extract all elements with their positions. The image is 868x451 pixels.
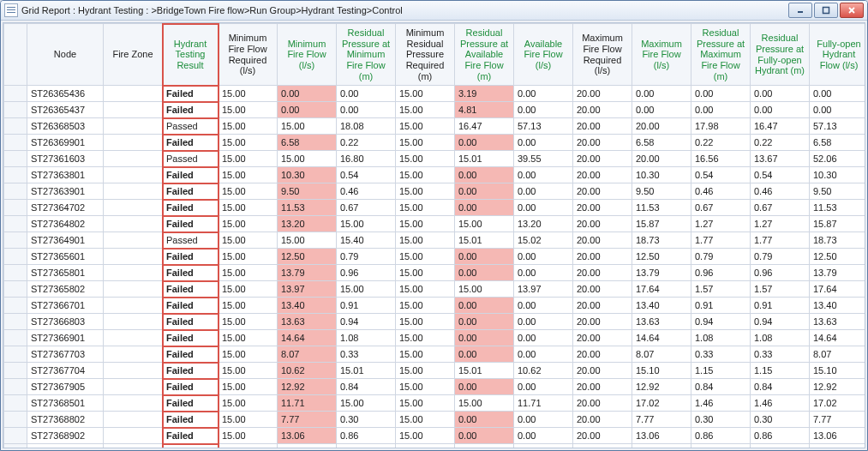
- cell-avail[interactable]: 0.00: [514, 135, 573, 151]
- cell-rpMax[interactable]: 0.96: [691, 265, 751, 281]
- cell-rpFull[interactable]: 0.79: [751, 249, 810, 265]
- cell-rpAvail[interactable]: 15.00: [455, 395, 514, 412]
- cell-minReq[interactable]: 15.00: [218, 232, 278, 249]
- cell-node[interactable]: ST27366803: [27, 314, 104, 330]
- row-selector[interactable]: [4, 298, 27, 314]
- cell-rpMax[interactable]: 1.15: [691, 363, 751, 379]
- cell-maxReq[interactable]: 20.00: [573, 281, 632, 298]
- cell-node[interactable]: ST27367703: [27, 346, 104, 363]
- cell-node[interactable]: ST27365801: [27, 265, 104, 281]
- cell-avail[interactable]: 15.02: [514, 232, 573, 249]
- cell-minResReq[interactable]: 15.00: [396, 444, 455, 448]
- cell-fullFlow[interactable]: 7.77: [810, 412, 866, 428]
- cell-rpMax[interactable]: 0.00: [691, 86, 751, 102]
- col-header-node[interactable]: Node: [27, 24, 104, 86]
- cell-result[interactable]: Failed: [163, 428, 218, 444]
- cell-node[interactable]: ST26365436: [27, 86, 104, 102]
- table-row[interactable]: ST27368802Failed15.007.770.3015.000.000.…: [4, 412, 866, 428]
- cell-minReq[interactable]: 15.00: [218, 314, 278, 330]
- cell-avail[interactable]: 0.00: [514, 314, 573, 330]
- cell-rpMax[interactable]: 0.00: [691, 102, 751, 118]
- grid-scroll-area[interactable]: NodeFire ZoneHydrant Testing ResultMinim…: [3, 22, 865, 448]
- cell-rpFull[interactable]: 0.00: [751, 86, 810, 102]
- cell-maxFlow[interactable]: 7.77: [632, 412, 691, 428]
- cell-rpFull[interactable]: 0.46: [751, 183, 810, 200]
- cell-fullFlow[interactable]: 13.79: [810, 265, 866, 281]
- col-header-maxReq[interactable]: Maximum Fire Flow Required (l/s): [573, 24, 632, 86]
- cell-maxFlow[interactable]: 12.50: [632, 249, 691, 265]
- cell-avail[interactable]: 0.00: [514, 265, 573, 281]
- cell-fullFlow[interactable]: 6.58: [810, 135, 866, 151]
- cell-rpMin[interactable]: 18.08: [337, 118, 396, 135]
- col-header-minReq[interactable]: Minimum Fire Flow Required (l/s): [218, 24, 278, 86]
- cell-avail[interactable]: 0.00: [514, 102, 573, 118]
- table-row[interactable]: ST27367703Failed15.008.070.3315.000.000.…: [4, 346, 866, 363]
- cell-node[interactable]: ST27366701: [27, 298, 104, 314]
- cell-zone[interactable]: [104, 412, 163, 428]
- table-row[interactable]: ST26368503Passed15.0015.0018.0815.0016.4…: [4, 118, 866, 135]
- cell-maxReq[interactable]: 20.00: [573, 167, 632, 183]
- cell-node[interactable]: ST27368501: [27, 395, 104, 412]
- cell-rpAvail[interactable]: 0.00: [455, 135, 514, 151]
- cell-minResReq[interactable]: 15.00: [396, 216, 455, 232]
- cell-minResReq[interactable]: 15.00: [396, 102, 455, 118]
- cell-minFlow[interactable]: 0.00: [278, 86, 337, 102]
- cell-zone[interactable]: [104, 102, 163, 118]
- cell-result[interactable]: Failed: [163, 281, 218, 298]
- cell-fullFlow[interactable]: 25.17: [810, 444, 866, 448]
- cell-minReq[interactable]: 15.00: [218, 183, 278, 200]
- cell-avail[interactable]: 11.71: [514, 395, 573, 412]
- cell-avail[interactable]: 0.00: [514, 379, 573, 395]
- cell-rpMin[interactable]: 0.86: [337, 428, 396, 444]
- cell-rpMax[interactable]: 16.56: [691, 151, 751, 167]
- row-selector[interactable]: [4, 412, 27, 428]
- cell-maxReq[interactable]: 20.00: [573, 395, 632, 412]
- cell-minResReq[interactable]: 15.00: [396, 428, 455, 444]
- cell-fullFlow[interactable]: 13.06: [810, 428, 866, 444]
- cell-minReq[interactable]: 15.00: [218, 281, 278, 298]
- cell-maxReq[interactable]: 20.00: [573, 183, 632, 200]
- cell-minResReq[interactable]: 15.00: [396, 281, 455, 298]
- table-row[interactable]: ST27365601Failed15.0012.500.7915.000.000…: [4, 249, 866, 265]
- cell-result[interactable]: Failed: [163, 86, 218, 102]
- cell-rpMax[interactable]: 0.86: [691, 428, 751, 444]
- cell-rpMax[interactable]: 0.67: [691, 200, 751, 216]
- cell-minFlow[interactable]: 10.30: [278, 167, 337, 183]
- cell-avail[interactable]: 13.97: [514, 281, 573, 298]
- cell-maxFlow[interactable]: 20.00: [632, 118, 691, 135]
- cell-maxFlow[interactable]: 10.30: [632, 167, 691, 183]
- cell-maxFlow[interactable]: 0.00: [632, 102, 691, 118]
- cell-node[interactable]: ST27368902: [27, 428, 104, 444]
- cell-rpAvail[interactable]: 0.00: [455, 200, 514, 216]
- cell-avail[interactable]: 10.62: [514, 363, 573, 379]
- cell-fullFlow[interactable]: 57.13: [810, 118, 866, 135]
- cell-node[interactable]: ST27361603: [27, 151, 104, 167]
- cell-result[interactable]: Failed: [163, 183, 218, 200]
- cell-rpFull[interactable]: 0.84: [751, 379, 810, 395]
- cell-maxFlow[interactable]: 0.00: [632, 86, 691, 102]
- table-row[interactable]: ST27365801Failed15.0013.790.9615.000.000…: [4, 265, 866, 281]
- cell-rpFull[interactable]: 3.20: [751, 444, 810, 448]
- cell-maxFlow[interactable]: 11.53: [632, 200, 691, 216]
- cell-rpFull[interactable]: 1.08: [751, 330, 810, 346]
- cell-minReq[interactable]: 15.00: [218, 428, 278, 444]
- cell-fullFlow[interactable]: 14.64: [810, 330, 866, 346]
- col-header-rpAvail[interactable]: Residual Pressure at Available Fire Flow…: [455, 24, 514, 86]
- cell-zone[interactable]: [104, 216, 163, 232]
- cell-minFlow[interactable]: 8.07: [278, 346, 337, 363]
- cell-fullFlow[interactable]: 10.30: [810, 167, 866, 183]
- cell-zone[interactable]: [104, 167, 163, 183]
- cell-minResReq[interactable]: 15.00: [396, 135, 455, 151]
- cell-fullFlow[interactable]: 17.64: [810, 281, 866, 298]
- cell-maxFlow[interactable]: 20.00: [632, 444, 691, 448]
- col-header-avail[interactable]: Available Fire Flow (l/s): [514, 24, 573, 86]
- cell-node[interactable]: ST27367905: [27, 379, 104, 395]
- row-selector[interactable]: [4, 379, 27, 395]
- cell-zone[interactable]: [104, 330, 163, 346]
- cell-rpAvail[interactable]: 15.01: [455, 151, 514, 167]
- cell-rpAvail[interactable]: 0.00: [455, 183, 514, 200]
- cell-rpMax[interactable]: 0.46: [691, 183, 751, 200]
- cell-rpMin[interactable]: 0.33: [337, 346, 396, 363]
- cell-result[interactable]: Failed: [163, 379, 218, 395]
- cell-node[interactable]: ST27367704: [27, 363, 104, 379]
